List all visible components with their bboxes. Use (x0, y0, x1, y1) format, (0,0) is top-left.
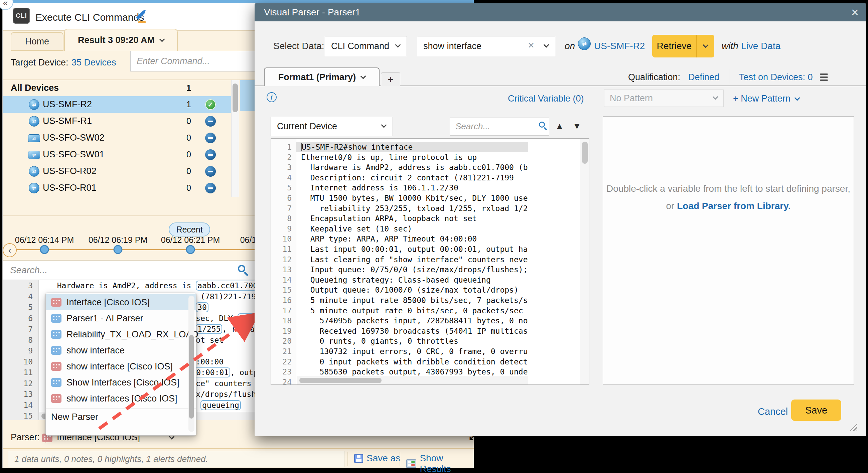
close-icon[interactable]: × (851, 5, 859, 20)
test-on-devices-link[interactable]: Test on Devices: 0 (739, 72, 813, 83)
cli-text-viewer[interactable]: 123456789101112131415161718192021222324 … (271, 138, 589, 385)
viewer-horizontal-scrollbar[interactable] (297, 376, 528, 385)
scrollbar-thumb[interactable] (232, 84, 238, 112)
command-combo[interactable]: show interface × (417, 36, 555, 56)
divider (400, 452, 400, 466)
select-data-label: Select Data: (273, 41, 324, 52)
target-device-link[interactable]: 35 Devices (71, 58, 116, 68)
show-results-button[interactable]: Show Results (406, 453, 474, 473)
cli-line-text: 0 runts, 0 giants, 0 throttles (301, 337, 458, 345)
chevron-down-icon (361, 73, 366, 79)
data-type-select[interactable]: CLI Command (325, 36, 407, 56)
all-devices-label: All Devices (11, 83, 59, 93)
chevron-down-icon[interactable] (544, 42, 549, 48)
live-data-link[interactable]: Live Data (741, 41, 780, 52)
result-search-bar[interactable]: Search... (3, 260, 255, 280)
search-icon[interactable] (539, 122, 545, 128)
viewer-device-select[interactable]: Current Device (271, 117, 393, 136)
qualification-defined-link[interactable]: Defined (688, 72, 719, 83)
parser-blue-icon (51, 378, 61, 387)
scrollbar-thumb[interactable] (189, 335, 194, 418)
menu-item-parser[interactable]: Show Interfaces [Cisco IOS] (46, 375, 196, 390)
menu-item-label: Interface [Cisco IOS] (66, 297, 150, 308)
viewer-search-placeholder: Search... (455, 121, 490, 132)
menu-icon[interactable] (820, 73, 828, 81)
divider (729, 69, 730, 84)
cli-line-text: Output queue: 0/1000/0 (size/max total/d… (301, 286, 519, 294)
scrollbar-thumb[interactable] (299, 378, 381, 383)
resize-grip[interactable] (849, 423, 857, 431)
find-next-button[interactable]: ▼ (572, 121, 581, 131)
switch-icon: ⇄ (28, 151, 40, 159)
clear-icon[interactable]: × (528, 39, 534, 52)
info-icon[interactable]: i (267, 92, 277, 102)
timeline-back-button[interactable]: ‹ (3, 243, 17, 257)
new-pattern-link[interactable]: + New Pattern (733, 94, 799, 104)
dialog-header[interactable]: Visual Parser - Parser1 (255, 3, 866, 21)
line-number: 13 (271, 265, 292, 274)
menu-item-new-parser[interactable]: New Parser (46, 409, 196, 425)
menu-item-parser[interactable]: show interface (46, 342, 196, 358)
all-devices-count: 1 (180, 83, 197, 93)
edit-title-icon[interactable] (135, 10, 146, 23)
pattern-select[interactable]: No Pattern (604, 90, 724, 107)
cli-line-text: 585630 packets output, 43067993 bytes, 0… (301, 368, 528, 376)
retrieve-dropdown-button[interactable] (696, 35, 714, 58)
timeline-dot[interactable] (40, 245, 49, 254)
line-number: 6 (271, 194, 292, 202)
parser-bar-label: Parser: (11, 432, 40, 443)
variable-box[interactable]: queueing (200, 400, 241, 410)
menu-item-parser[interactable]: show interfaces [Cisco IOS] (46, 390, 196, 407)
save-button[interactable]: Save (791, 400, 841, 421)
device-row[interactable]: ⇄US-SFO-R020 (3, 163, 239, 180)
critical-variable-link[interactable]: Critical Variable (0) (508, 94, 584, 104)
variable-box[interactable]: 1/255 (196, 324, 222, 334)
load-parser-library-link[interactable]: Load Parser from Library. (677, 201, 790, 211)
timeline-dot[interactable] (114, 245, 123, 254)
add-format-tab[interactable]: + (381, 72, 400, 86)
device-row[interactable]: ⇄US-SMF-R10 (3, 113, 239, 130)
device-row[interactable]: ⇄US-SFO-SW010 (3, 146, 239, 163)
tab-home[interactable]: Home (11, 32, 63, 51)
cli-line-text: Hardware is AmdP2, address is aabb.cc01.… (48, 281, 255, 290)
device-result-count: 0 (180, 116, 197, 126)
save-as-button[interactable]: Save as (354, 453, 400, 464)
viewer-search-input[interactable]: Search... (450, 118, 549, 136)
retrieve-button[interactable]: Retrieve (652, 35, 696, 58)
line-number: 4 (271, 174, 292, 182)
menu-item-parser[interactable]: Reliability_TX_LOAD_RX_LOAD (46, 326, 196, 342)
menu-item-label: Reliability_TX_LOAD_RX_LOAD (66, 329, 198, 340)
find-previous-button[interactable]: ▲ (555, 121, 564, 131)
variable-box[interactable]: 1000 (238, 313, 255, 323)
cancel-button[interactable]: Cancel (758, 406, 788, 417)
menu-item-parser[interactable]: Interface [Cisco IOS] (46, 294, 196, 310)
cli-line-text: 5740956 packets input, 7282688411 bytes,… (301, 316, 528, 325)
device-link[interactable]: US-SMF-R2 (594, 41, 645, 52)
line-number: 9 (3, 346, 33, 355)
device-row[interactable]: ⇄US-SMF-R21✓ (3, 96, 239, 113)
device-name: US-SFO-R02 (43, 166, 97, 177)
menu-item-parser[interactable]: show interface [Cisco IOS] (46, 358, 196, 375)
scrollbar-thumb[interactable] (582, 141, 588, 164)
menu-item-parser[interactable]: Parser1 - AI Parser (46, 310, 196, 326)
search-icon[interactable] (238, 265, 245, 272)
device-row[interactable]: ⇄US-SFO-SW020 (3, 130, 239, 146)
viewer-vertical-scrollbar[interactable] (580, 138, 589, 384)
line-number: 14 (3, 401, 33, 410)
cli-line-text: Description: circuit 2 contact (781)221-… (301, 174, 514, 182)
variable-box[interactable]: aabb.cc01.7000 (196, 281, 255, 291)
tab-result[interactable]: Result 3 09:20 AM (64, 29, 178, 51)
parser-definition-panel: Double-click a variable from the left to… (603, 116, 854, 385)
device-list-scrollbar[interactable] (231, 80, 239, 197)
tab-format1[interactable]: Format1 (Primary) (264, 67, 379, 86)
pattern-placeholder: No Pattern (610, 93, 653, 103)
device-result-count: 0 (180, 183, 197, 193)
line-number: 15 (271, 286, 292, 294)
timeline-dot[interactable] (186, 245, 195, 254)
timeline-recent-badge[interactable]: Recent (169, 222, 210, 236)
visual-parser-dialog: Visual Parser - Parser1 × Select Data: C… (255, 3, 866, 436)
device-row[interactable]: ⇄US-SFO-R010 (3, 180, 239, 196)
timeline-tick-label: 06/12 06:21 PM (161, 235, 220, 245)
variable-box[interactable]: 30 (196, 302, 209, 312)
menu-scrollbar[interactable] (188, 296, 194, 432)
